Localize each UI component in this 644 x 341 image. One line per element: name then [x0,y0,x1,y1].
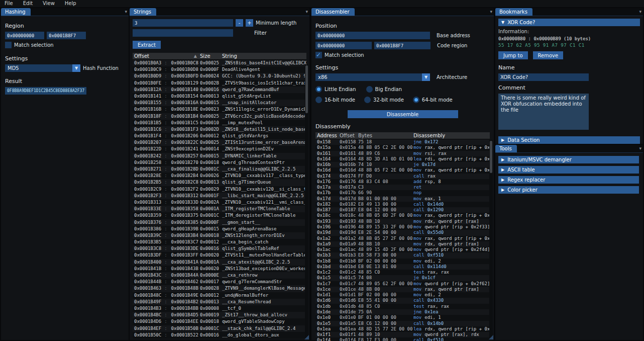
disassembly-row[interactable]: 0x16d 0x016d 48 8B 05 F2 2E 00 00 movrax… [315,167,490,173]
string-row[interactable]: 0x0001B44B:0x0001B462 0x00017 qword_g7Te… [133,279,306,285]
radio-icon[interactable] [413,97,419,103]
string-row[interactable]: 0x0001B2F3:0x0001B312 0x0001F __libc_sta… [133,193,306,199]
scrollbar-thumb[interactable] [490,141,492,173]
disassembly-row[interactable]: 0x1ce 0x01ce 48 8B 00 movrax, qword ptr … [315,287,490,292]
decrement-button[interactable]: - [236,19,243,27]
string-row[interactable]: 0x0001B12A:0x0001B140 0x00016 qword_g7Ra… [133,87,306,93]
disassembly-row[interactable]: 0x1e0 0x01e0 BF 01 00 00 00 movedi, 1 [315,315,490,320]
disassembly-scrollbar[interactable] [489,140,493,341]
window-menu-icon[interactable]: ▾ [305,9,308,14]
string-row[interactable]: 0x0001B0C9:0x0001B0D8 0x0000F DeadAliveA… [133,66,306,73]
string-row[interactable]: 0x0001B3DF:0x0001B3FF 0x00020 _ZTVSt11__… [133,252,306,259]
disassembly-row[interactable]: 0x1f4 0x01f4 E8 17 F3 00 00 call0xf510 [315,337,490,341]
endian-radio-big-endian[interactable]: Big Endian [366,86,402,93]
increment-button[interactable]: + [246,19,253,27]
match-selection-checkbox[interactable] [315,52,322,58]
disassembly-row[interactable]: 0x17b 0x017b 66 90 nop [315,190,490,196]
menu-file[interactable]: File [0,0,18,7]
string-row[interactable]: 0x0001B0A3:0x0001B0C8 0x00025 _ZNSt8ios_… [133,60,306,66]
window-menu-icon[interactable]: ▾ [490,9,492,14]
disassembly-row[interactable]: 0x1c7 0x01c7 48 89 05 62 2F 00 00 movqwo… [315,281,490,287]
hash-function-combo[interactable]: MD5 ▼ [5,64,80,72]
tab-tools[interactable]: Tools [495,145,517,152]
string-row[interactable]: 0x0001B1C6:0x0001B1F3 0x0002D _ZNSt8__de… [133,126,306,133]
window-menu-icon[interactable]: ▾ [125,9,127,14]
tool-item-regex-replacer[interactable]: ▶Regex replacer [498,176,639,184]
resize-grip-icon[interactable] [489,335,493,339]
disassembly-row[interactable]: 0x196 0x0196 48 89 15 33 2F 00 00 movqwo… [315,224,490,230]
radio-icon[interactable] [315,97,322,103]
string-row[interactable]: 0x0001B43C:0x0001B44A 0x0000E __cxa_reth… [133,272,306,279]
disassembly-row[interactable]: 0x1d6 0x01d6 E8 55 41 00 00 call0x4330 [315,298,490,303]
string-row[interactable]: 0x0001B4D6:0x0001B4EE 0x00018 qword_gVTa… [133,318,306,325]
disassembly-row[interactable]: 0x15a 0x015a 48 8B 05 C2 2E 00 00 movrax… [315,145,490,150]
window-menu-icon[interactable]: ▾ [639,9,641,14]
string-row[interactable]: 0x0001B41B:0x0001B43B 0x00020 _ZNSt13bad… [133,266,306,272]
bookmark-comment-textarea[interactable]: There is some really weird kind of XOR o… [498,94,589,130]
string-row[interactable]: 0x0001B0D9:0x0001B0FD 0x00024 GCC: (Ubun… [133,73,306,79]
radio-icon[interactable] [366,86,373,93]
string-row[interactable]: 0x0001B242:0x0001B257 0x00015 _DYNAMIC_l… [133,153,306,159]
string-row[interactable]: 0x0001B49F:0x0001B4B2 0x00013 __cxa_Resu… [133,299,306,305]
tab-hashing[interactable]: Hashing [1,8,31,16]
bookmark-name-input[interactable] [498,73,589,81]
string-row[interactable]: 0x0001B359:0x0001B375 0x0001C _ITM_dereg… [133,212,306,219]
radio-icon[interactable] [315,86,322,93]
string-row[interactable]: 0x0001B386:0x0001B39B 0x00015 qword_gHea… [133,226,306,232]
size-column-header[interactable]: Size [200,53,222,59]
tool-item-ascii-table[interactable]: ▶ASCII table [498,166,639,174]
string-row[interactable]: 0x0001B48C:0x0001B49E 0x00012 _und@Norma… [133,292,306,299]
disassembly-row[interactable]: 0x1c2 0x01c2 48 85 C0 testrax, rax [315,270,490,275]
extract-button[interactable]: Extract [133,41,161,49]
string-row[interactable]: 0x0001B16B:0x0001B18E 0x00023 _ZNSt11log… [133,106,306,113]
mode-radio-16-bit-mode[interactable]: 16-bit mode [315,97,355,103]
disassembly-row[interactable]: 0x158 0x0158 75 18 jne0x172 [315,139,490,145]
string-row[interactable]: 0x0001B50C:0x0001B522 0x00016 __do_globa… [133,332,306,338]
hash-result-field[interactable] [5,87,86,95]
offset-column-header[interactable]: Offset ▲ [133,53,200,59]
disassembly-row[interactable]: 0x1a9 0x01a9 48 8B 10 movrdx, qword ptr … [315,241,490,247]
disassembly-row[interactable]: 0x17a 0x017a C3 ret [315,185,490,190]
resize-grip-icon[interactable] [304,335,309,339]
disassembly-row[interactable]: 0x1bd 0x01bd E8 0E 13 01 00 call0x114d0 [315,264,490,270]
base-address-input[interactable] [315,32,430,39]
region-start-input[interactable] [5,32,44,39]
minimum-length-input[interactable] [133,19,233,27]
string-row[interactable]: 0x0001B3C8:0x0001B3DE 0x00016 qlist_gSym… [133,245,306,252]
string-row[interactable]: 0x0001B207:0x0001B22C 0x00025 _ZTISt13ru… [133,139,306,146]
strings-table-header[interactable]: Offset ▲ Size String [133,53,306,59]
match-selection-checkbox[interactable] [5,42,12,48]
architecture-combo[interactable]: x86 ▼ [315,73,430,81]
string-row[interactable]: 0x0001B0FE:0x0001B129 0x0002B _ZTVSt9bas… [133,80,306,87]
menu-help[interactable]: Help [60,0,81,7]
menu-edit[interactable]: Edit [19,0,37,7]
mode-radio-32-bit-mode[interactable]: 32-bit mode [364,97,404,103]
disassembly-row[interactable]: 0x1de 0x01de 75 0A jne0x1ea [315,309,490,315]
bookmark-header-expanded[interactable]: ▼ XOR Code? [498,19,640,26]
disassembly-row[interactable]: 0x164 0x0164 48 8D 3D A1 0D 01 00 leardi… [315,156,490,162]
string-row[interactable]: 0x0001B258:0x0001B270 0x00018 qword_gThr… [133,159,306,166]
code-region-start-input[interactable] [315,42,372,49]
disassembly-row[interactable]: 0x1b3 0x01b3 E8 58 F3 00 00 call0xf510 [315,252,490,258]
endian-radio-little-endian[interactable]: Little Endian [315,86,356,93]
window-menu-icon[interactable]: ▾ [639,146,641,151]
disassembly-row[interactable]: 0x16b 0x016b 74 10 je0x17d [315,162,490,167]
string-row[interactable]: 0x0001B155:0x0001B16A 0x00015 __snap_ini… [133,100,306,106]
string-row[interactable]: 0x0001B33E:0x0001B358 0x0001A _ITM_regis… [133,206,306,212]
string-row[interactable]: 0x0001B22D:0x0001B241 0x00014 _ZNSt9exce… [133,146,306,152]
disassembly-row[interactable]: 0x176 0x0176 48 83 C4 08 addrsp, 8 [315,179,490,185]
disassembly-column-header[interactable]: Disassembly [413,132,490,139]
string-row[interactable]: 0x0001B28E:0x0001B2B4 0x00026 _ZTVN10__c… [133,173,306,179]
string-row[interactable]: 0x0001B1F4:0x0001B206 0x00012 qlist_gStd… [133,133,306,139]
disassembly-row[interactable]: 0x19d 0x019d E8 2E 54 00 00 call0x55d0 [315,230,490,235]
mode-radio-64-bit-mode[interactable]: 64-bit mode [413,97,453,103]
tool-item-itanium-msvc-demangler[interactable]: ▶Itanium/MSVC demangler [498,156,639,163]
disassembly-row[interactable]: 0x193 0x0193 48 8B 10 movrdx, qword ptr … [315,219,490,224]
string-row[interactable]: 0x0001B271:0x0001B28D 0x0001C __cxa_fina… [133,166,306,173]
string-row[interactable]: 0x0001B4B3:0x0001B4BB 0x00008 __tcf_0 [133,305,306,312]
tab-bookmarks[interactable]: Bookmarks [495,8,532,16]
string-row[interactable]: 0x0001B2B5:0x0001B2C8 0x00013 qlist_g7Ti… [133,179,306,186]
disassembly-row[interactable]: 0x1ac 0x01ac 48 89 15 4D 2F 00 00 movqwo… [315,247,490,252]
string-row[interactable]: 0x0001B376:0x0001B385 0x0000F __gmon_sta… [133,219,306,226]
disassembly-row[interactable]: 0x182 0x0182 E8 49 13 00 00 call0x14d0 [315,202,490,207]
